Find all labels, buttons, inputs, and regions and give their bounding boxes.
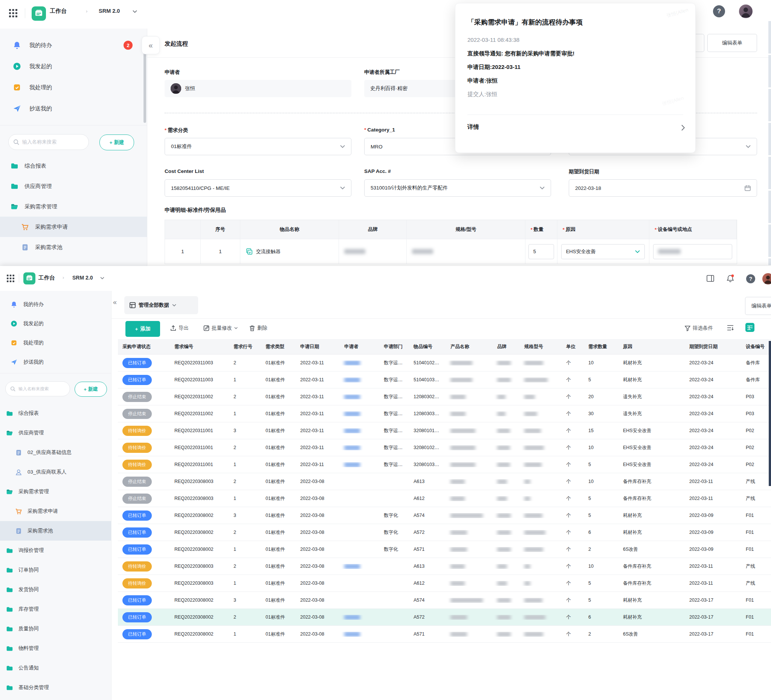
- search-input[interactable]: 输入名称来搜索: [5, 381, 70, 396]
- col-header-11[interactable]: 单位: [561, 343, 584, 350]
- edit-form-button[interactable]: 编辑表单: [745, 297, 771, 315]
- new-button[interactable]: +新建: [75, 382, 107, 397]
- table-row[interactable]: 待转询价REQ20220311001201标准件2022-03-11数字运…32…: [118, 439, 771, 456]
- col-header-3[interactable]: 需求类型: [261, 343, 296, 350]
- tree-item-5[interactable]: 采购需求申请: [0, 501, 111, 521]
- help-icon[interactable]: ?: [746, 274, 755, 283]
- sidebar-item-2[interactable]: 我处理的: [0, 77, 147, 98]
- col-header-5[interactable]: 申请者: [340, 343, 379, 350]
- tree-item-14[interactable]: 基础分类管理: [0, 678, 111, 697]
- table-row[interactable]: 已转订单REQ20220308002301标准件2022-03-08数字化A57…: [118, 507, 771, 524]
- col-header-10[interactable]: 规格型号: [520, 343, 561, 350]
- chevron-down-icon[interactable]: [133, 10, 137, 13]
- col-header-6[interactable]: 申请部门: [379, 343, 409, 350]
- search-input[interactable]: 输入名称来搜索: [8, 134, 89, 150]
- sidebar-item-3[interactable]: 抄送我的: [0, 98, 147, 119]
- table-row[interactable]: 已转订单REQ20220311003101标准件2022-03-11数字运…51…: [118, 371, 771, 388]
- sheet-icon[interactable]: [745, 322, 755, 332]
- tree-item-9[interactable]: 发货协同: [0, 580, 111, 599]
- delete-button[interactable]: 删除: [249, 325, 267, 332]
- batch-edit-button[interactable]: 批量修改: [203, 325, 237, 332]
- col-header-8[interactable]: 产品名称: [446, 343, 493, 350]
- export-button[interactable]: 导出: [170, 325, 189, 332]
- table-row[interactable]: 已转订单REQ20220308002101标准件2022-03-08数字化A57…: [118, 541, 771, 558]
- breadcrumb-workspace[interactable]: 工作台: [38, 274, 55, 282]
- tree-item-4[interactable]: 采购需求池: [0, 237, 147, 257]
- sidebar-item-3[interactable]: 抄送我的: [0, 352, 111, 371]
- col-header-0[interactable]: 采购申请状态: [118, 343, 170, 350]
- chevron-right-icon[interactable]: [681, 125, 685, 131]
- user-avatar[interactable]: [739, 5, 753, 18]
- table-row[interactable]: 停止结束REQ20220311002201标准件2022-03-11数字运…12…: [118, 388, 771, 405]
- table-row[interactable]: 待转询价REQ20220308003201标准件2022-03-08A613个1…: [118, 558, 771, 575]
- tree-item-13[interactable]: 公告通知: [0, 658, 111, 678]
- table-row[interactable]: 已转订单REQ20220308002201标准件2022-03-08A572个6…: [118, 609, 771, 626]
- cost-center-select[interactable]: 1582054110/CPG - ME/IE: [164, 179, 351, 197]
- add-button[interactable]: +添加: [125, 321, 160, 337]
- collapse-panel-button[interactable]: «: [142, 36, 160, 54]
- notification-details-link[interactable]: 详情: [467, 123, 479, 131]
- sidebar-item-1[interactable]: 我发起的: [0, 56, 147, 77]
- app-grid-icon[interactable]: [7, 275, 14, 282]
- row-height-icon[interactable]: [727, 325, 734, 331]
- col-header-15[interactable]: 设备编号: [741, 343, 771, 350]
- tree-item-0[interactable]: 综合报表: [0, 156, 147, 176]
- qty-input[interactable]: 5: [529, 244, 554, 259]
- tree-item-3[interactable]: 03_供应商联系人: [0, 462, 111, 482]
- reason-select[interactable]: EHS安全改善: [561, 244, 645, 259]
- tree-item-10[interactable]: 库存管理: [0, 599, 111, 619]
- breadcrumb-workspace[interactable]: 工作台: [50, 8, 67, 15]
- notification-bell-icon[interactable]: [726, 274, 734, 283]
- collapse-panel-button[interactable]: «: [113, 298, 117, 306]
- col-header-4[interactable]: 申请日期: [296, 343, 340, 350]
- table-row[interactable]: 已转订单REQ20220308002101标准件2022-03-08A571个2…: [118, 626, 771, 643]
- detail-table-row[interactable]: 1 1 交流接触器 5 EHS安全改善: [165, 239, 737, 264]
- table-row[interactable]: 停止结束REQ20220308003101标准件2022-03-08A612个5…: [118, 490, 771, 507]
- filter-button[interactable]: 筛选条件: [685, 325, 713, 332]
- user-avatar[interactable]: [762, 273, 771, 285]
- demand-category-select[interactable]: 01标准件: [164, 138, 351, 155]
- tree-item-2[interactable]: 02_供应商基础信息: [0, 443, 111, 462]
- tree-item-6[interactable]: 采购需求池: [0, 521, 111, 540]
- sidebar-item-2[interactable]: 我处理的: [0, 333, 111, 352]
- breadcrumb-app[interactable]: SRM 2.0: [72, 275, 93, 281]
- table-row[interactable]: 待转询价REQ20220311001101标准件2022-03-11数字运…32…: [118, 456, 771, 473]
- expected-date-field[interactable]: 2022-03-18: [569, 179, 757, 197]
- tree-item-11[interactable]: 质量协同: [0, 619, 111, 638]
- col-header-14[interactable]: 期望到货日期: [685, 343, 741, 350]
- sidebar-item-0[interactable]: 我的待办 2: [0, 35, 147, 56]
- col-header-1[interactable]: 需求编号: [170, 343, 229, 350]
- table-row[interactable]: 已转订单REQ20220308002301标准件2022-03-08A574个5…: [118, 592, 771, 609]
- table-row[interactable]: 已转订单REQ20220308002201标准件2022-03-08数字化A57…: [118, 524, 771, 541]
- table-row[interactable]: 待转询价REQ20220308003101标准件2022-03-08A612个5…: [118, 575, 771, 592]
- tree-item-4[interactable]: 采购需求管理: [0, 482, 111, 501]
- tree-item-2[interactable]: 采购需求管理: [0, 196, 147, 217]
- help-icon[interactable]: ?: [713, 5, 725, 17]
- new-button[interactable]: +新建: [99, 135, 134, 150]
- table-row[interactable]: 已转订单REQ20220311003201标准件2022-03-11数字运…51…: [118, 355, 771, 371]
- edit-form-button[interactable]: 编辑表单: [708, 34, 757, 52]
- col-header-7[interactable]: 物品编号: [409, 343, 446, 350]
- data-view-button[interactable]: 管理全部数据: [124, 296, 198, 314]
- tree-item-1[interactable]: 供应商管理: [0, 176, 147, 196]
- applicant-field[interactable]: 张恒: [164, 80, 351, 97]
- panel-toggle-icon[interactable]: [707, 275, 714, 282]
- sidebar-item-1[interactable]: 我发起的: [0, 314, 111, 333]
- breadcrumb-app[interactable]: SRM 2.0: [99, 8, 120, 14]
- tree-item-0[interactable]: 综合报表: [0, 404, 111, 423]
- table-row[interactable]: 停止结束REQ20220308003201标准件2022-03-08A613个1…: [118, 473, 771, 490]
- workspace-app-icon[interactable]: [32, 7, 46, 21]
- col-header-2[interactable]: 需求行号: [229, 343, 261, 350]
- tree-item-12[interactable]: 物料管理: [0, 638, 111, 658]
- device-input[interactable]: [653, 244, 732, 259]
- table-row[interactable]: 待转询价REQ20220311001301标准件2022-03-11数字运…32…: [118, 422, 771, 439]
- tree-item-1[interactable]: 供应商管理: [0, 423, 111, 443]
- notification-popup[interactable]: 张恒(Allen 张恒(Allen 「采购需求申请」有新的流程待办事项 2022…: [455, 3, 696, 153]
- app-grid-icon[interactable]: [9, 9, 17, 17]
- table-row[interactable]: 停止结束REQ20220311002101标准件2022-03-11数字运…12…: [118, 405, 771, 422]
- sidebar-item-0[interactable]: 我的待办: [0, 295, 111, 314]
- tree-item-8[interactable]: 订单协同: [0, 560, 111, 580]
- workspace-app-icon[interactable]: [23, 272, 36, 285]
- tree-item-7[interactable]: 询报价管理: [0, 540, 111, 560]
- chevron-down-icon[interactable]: [100, 277, 104, 280]
